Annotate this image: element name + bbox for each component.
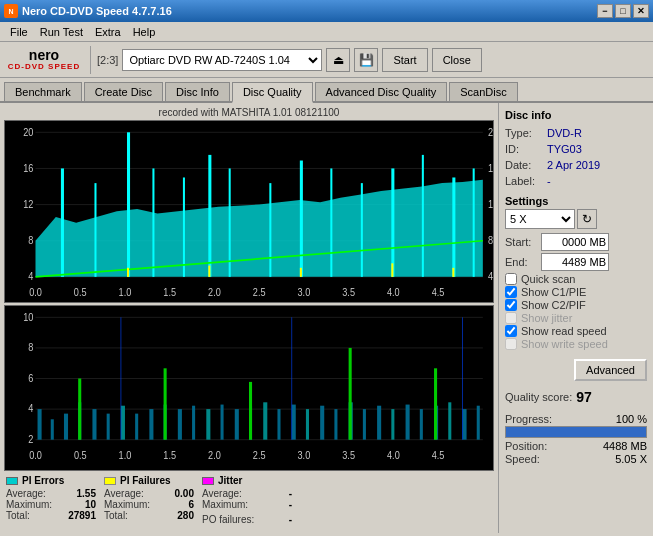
bottom-chart: 10 8 6 4 2 0.0 0.5 1.0 1.5 2.0 2.5 3.0 3… xyxy=(4,305,494,471)
svg-rect-36 xyxy=(330,168,332,276)
svg-text:0.0: 0.0 xyxy=(29,449,42,461)
pi-max-value: 10 xyxy=(85,499,96,510)
position-label: Position: xyxy=(505,440,547,452)
svg-rect-34 xyxy=(269,183,271,277)
svg-rect-71 xyxy=(51,419,54,439)
svg-rect-43 xyxy=(127,268,129,277)
disc-id-row: ID: TYG03 xyxy=(505,143,647,155)
drive-select[interactable]: Optiarc DVD RW AD-7240S 1.04 xyxy=(122,49,322,71)
svg-text:8: 8 xyxy=(488,235,493,247)
jitter-stat: Jitter Average: - Maximum: - PO failures… xyxy=(202,475,292,525)
show-c2-pif-label: Show C2/PIF xyxy=(521,299,586,311)
svg-rect-105 xyxy=(349,348,352,440)
tab-advanced-disc-quality[interactable]: Advanced Disc Quality xyxy=(315,82,448,101)
svg-rect-74 xyxy=(92,409,96,440)
svg-text:4: 4 xyxy=(28,271,34,283)
tab-benchmark[interactable]: Benchmark xyxy=(4,82,82,101)
svg-rect-44 xyxy=(208,266,210,277)
logo-nero: nero xyxy=(29,48,59,62)
tab-disc-quality[interactable]: Disc Quality xyxy=(232,82,313,103)
svg-rect-70 xyxy=(38,409,42,440)
menu-extra[interactable]: Extra xyxy=(89,24,127,40)
svg-text:0.0: 0.0 xyxy=(29,287,42,299)
svg-text:8: 8 xyxy=(28,342,33,354)
show-read-speed-checkbox[interactable] xyxy=(505,325,517,337)
pif-avg-label: Average: xyxy=(104,488,144,499)
pi-errors-label: PI Errors xyxy=(22,475,64,486)
tab-disc-info[interactable]: Disc Info xyxy=(165,82,230,101)
show-c1-pie-checkbox[interactable] xyxy=(505,286,517,298)
svg-text:3.5: 3.5 xyxy=(342,449,355,461)
svg-rect-99 xyxy=(448,402,451,439)
start-mb-input[interactable] xyxy=(541,233,609,251)
speed-row: 5 X 1 X 2 X 4 X 8 X Max ↻ xyxy=(505,209,647,229)
eject-button[interactable]: ⏏ xyxy=(326,48,350,72)
show-c1-pie-row: Show C1/PIE xyxy=(505,286,647,298)
title-bar-left: N Nero CD-DVD Speed 4.7.7.16 xyxy=(4,4,172,18)
quality-score-row: Quality score: 97 xyxy=(505,389,647,405)
svg-text:16: 16 xyxy=(488,162,493,174)
pi-total-value: 27891 xyxy=(68,510,96,521)
show-jitter-label: Show jitter xyxy=(521,312,572,324)
svg-rect-102 xyxy=(78,378,81,439)
pif-avg-value: 0.00 xyxy=(175,488,194,499)
tab-scandisc[interactable]: ScanDisc xyxy=(449,82,517,101)
quick-scan-checkbox[interactable] xyxy=(505,273,517,285)
svg-text:1.5: 1.5 xyxy=(163,449,176,461)
progress-bar-fill xyxy=(506,427,646,437)
svg-rect-82 xyxy=(206,409,210,440)
speed-select[interactable]: 5 X 1 X 2 X 4 X 8 X Max xyxy=(505,209,575,229)
svg-text:3.5: 3.5 xyxy=(342,287,355,299)
toolbar-sep xyxy=(90,46,91,74)
chart-title: recorded with MATSHITA 1.01 08121100 xyxy=(4,107,494,118)
pif-max-value: 6 xyxy=(188,499,194,510)
right-panel: Disc info Type: DVD-R ID: TYG03 Date: 2 … xyxy=(498,103,653,533)
show-c2-pif-checkbox[interactable] xyxy=(505,299,517,311)
menu-help[interactable]: Help xyxy=(127,24,162,40)
svg-rect-35 xyxy=(300,161,303,277)
advanced-button[interactable]: Advanced xyxy=(574,359,647,381)
maximize-button[interactable]: □ xyxy=(615,4,631,18)
start-mb-label: Start: xyxy=(505,236,537,248)
svg-text:2.5: 2.5 xyxy=(253,449,266,461)
show-jitter-checkbox[interactable] xyxy=(505,312,517,324)
svg-text:4: 4 xyxy=(28,403,34,415)
svg-text:16: 16 xyxy=(23,162,33,174)
tab-create-disc[interactable]: Create Disc xyxy=(84,82,163,101)
drive-label: [2:3] xyxy=(97,54,118,66)
po-failures-value: - xyxy=(289,514,292,525)
menu-run-test[interactable]: Run Test xyxy=(34,24,89,40)
menu-file[interactable]: File xyxy=(4,24,34,40)
show-write-speed-label: Show write speed xyxy=(521,338,608,350)
chart-area: recorded with MATSHITA 1.01 08121100 20 … xyxy=(0,103,498,533)
minimize-button[interactable]: − xyxy=(597,4,613,18)
svg-rect-87 xyxy=(277,409,280,440)
svg-text:3.0: 3.0 xyxy=(298,449,311,461)
refresh-button[interactable]: ↻ xyxy=(577,209,597,229)
title-bar: N Nero CD-DVD Speed 4.7.7.16 − □ ✕ xyxy=(0,0,653,22)
svg-rect-93 xyxy=(363,409,366,440)
svg-text:0.5: 0.5 xyxy=(74,449,87,461)
svg-rect-83 xyxy=(221,404,224,439)
svg-text:20: 20 xyxy=(23,126,33,138)
svg-text:10: 10 xyxy=(23,311,33,323)
pi-failures-stat: PI Failures Average: 0.00 Maximum: 6 Tot… xyxy=(104,475,194,525)
svg-text:1.0: 1.0 xyxy=(119,449,132,461)
show-write-speed-checkbox[interactable] xyxy=(505,338,517,350)
svg-text:2.0: 2.0 xyxy=(208,449,221,461)
logo: nero CD-DVD SPEED xyxy=(4,48,84,71)
close-button[interactable]: Close xyxy=(432,48,482,72)
svg-rect-40 xyxy=(452,177,455,276)
svg-text:12: 12 xyxy=(488,199,493,211)
save-button[interactable]: 💾 xyxy=(354,48,378,72)
svg-rect-47 xyxy=(452,268,454,277)
end-mb-field: End: xyxy=(505,253,647,271)
svg-text:8: 8 xyxy=(28,235,33,247)
pif-max-label: Maximum: xyxy=(104,499,150,510)
close-window-button[interactable]: ✕ xyxy=(633,4,649,18)
show-jitter-row: Show jitter xyxy=(505,312,647,324)
tabs: Benchmark Create Disc Disc Info Disc Qua… xyxy=(0,78,653,103)
end-mb-input[interactable] xyxy=(541,253,609,271)
start-button[interactable]: Start xyxy=(382,48,427,72)
svg-rect-101 xyxy=(477,405,480,439)
